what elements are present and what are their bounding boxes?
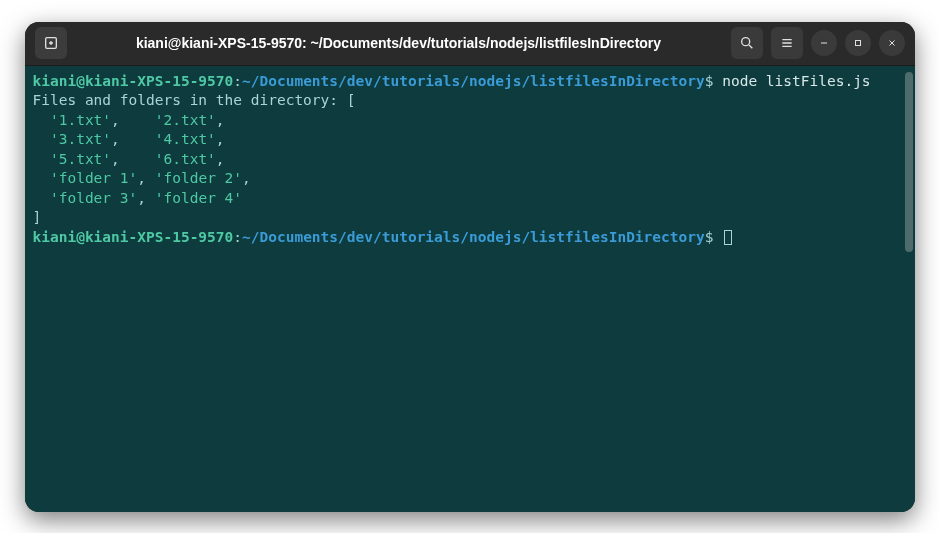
cursor xyxy=(724,230,732,245)
cwd-path: ~/Documents/dev/tutorials/nodejs/listfil… xyxy=(242,229,705,245)
window-controls xyxy=(811,30,905,56)
maximize-button[interactable] xyxy=(845,30,871,56)
window-title: kiani@kiani-XPS-15-9570: ~/Documents/dev… xyxy=(75,35,723,51)
command-text: node listFiles.js xyxy=(722,73,870,89)
output-line: ] xyxy=(33,208,907,228)
close-icon xyxy=(886,37,898,49)
hamburger-icon xyxy=(779,35,795,51)
new-tab-icon xyxy=(43,35,59,51)
terminal-body[interactable]: kiani@kiani-XPS-15-9570:~/Documents/dev/… xyxy=(25,66,915,512)
svg-point-3 xyxy=(741,38,749,46)
scrollbar-thumb[interactable] xyxy=(905,72,913,252)
output-line: 'folder 3', 'folder 4' xyxy=(33,189,907,209)
minimize-icon xyxy=(818,37,830,49)
colon: : xyxy=(233,229,242,245)
close-button[interactable] xyxy=(879,30,905,56)
prompt-symbol: $ xyxy=(705,229,714,245)
output-line: '3.txt', '4.txt', xyxy=(33,130,907,150)
user-host: kiani@kiani-XPS-15-9570 xyxy=(33,229,234,245)
search-button[interactable] xyxy=(731,27,763,59)
colon: : xyxy=(233,73,242,89)
maximize-icon xyxy=(852,37,864,49)
prompt-symbol: $ xyxy=(705,73,714,89)
prompt-line: kiani@kiani-XPS-15-9570:~/Documents/dev/… xyxy=(33,228,907,248)
prompt-line: kiani@kiani-XPS-15-9570:~/Documents/dev/… xyxy=(33,72,907,92)
output-line: Files and folders in the directory: [ xyxy=(33,91,907,111)
output-line: '5.txt', '6.txt', xyxy=(33,150,907,170)
svg-rect-9 xyxy=(855,41,860,46)
output-line: 'folder 1', 'folder 2', xyxy=(33,169,907,189)
output-line: '1.txt', '2.txt', xyxy=(33,111,907,131)
svg-line-4 xyxy=(749,45,752,48)
cwd-path: ~/Documents/dev/tutorials/nodejs/listfil… xyxy=(242,73,705,89)
menu-button[interactable] xyxy=(771,27,803,59)
titlebar: kiani@kiani-XPS-15-9570: ~/Documents/dev… xyxy=(25,22,915,66)
search-icon xyxy=(739,35,755,51)
terminal-window: kiani@kiani-XPS-15-9570: ~/Documents/dev… xyxy=(25,22,915,512)
new-tab-button[interactable] xyxy=(35,27,67,59)
minimize-button[interactable] xyxy=(811,30,837,56)
user-host: kiani@kiani-XPS-15-9570 xyxy=(33,73,234,89)
